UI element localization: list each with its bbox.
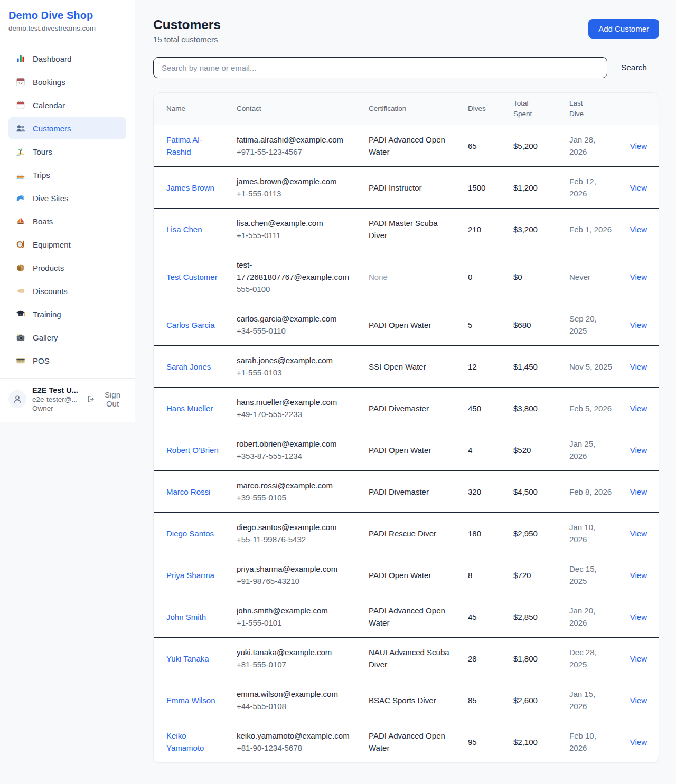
customer-name-link[interactable]: Priya Sharma — [166, 569, 214, 581]
sidebar-item-bookings[interactable]: 17Bookings — [8, 71, 126, 93]
customer-certification: PADI Divemaster — [369, 404, 429, 413]
customer-name-link[interactable]: Fatima Al-Rashid — [166, 134, 224, 158]
customer-last-dive: Sep 20, 2025 — [569, 314, 597, 335]
column-header-name: Name — [154, 93, 230, 125]
dives-cell: 0 — [462, 250, 507, 304]
customer-phone: +44-555-0108 — [237, 700, 356, 712]
total-spent-cell: $520 — [507, 429, 563, 471]
view-link[interactable]: View — [630, 738, 647, 747]
sidebar-item-label: Products — [33, 263, 64, 272]
view-link[interactable]: View — [630, 183, 647, 192]
name-cell: Robert O'Brien — [154, 429, 230, 471]
customer-phone: 555-0100 — [237, 283, 356, 295]
contact-cell: marco.rossi@example.com+39-555-0105 — [230, 471, 362, 513]
dive-mask-icon — [15, 239, 26, 250]
person-icon — [12, 394, 23, 404]
contact-cell: hans.mueller@example.com+49-170-555-2233 — [230, 388, 362, 429]
sidebar-item-customers[interactable]: Customers — [8, 117, 126, 139]
customers-table-card: NameContactCertificationDivesTotal Spent… — [153, 92, 659, 763]
view-cell: View — [619, 209, 659, 250]
view-link[interactable]: View — [630, 612, 647, 621]
view-link[interactable]: View — [630, 272, 647, 281]
customer-phone: +55-11-99876-5432 — [237, 533, 356, 545]
customer-total-spent: $2,950 — [513, 529, 538, 538]
customer-name-link[interactable]: Keiko Yamamoto — [166, 730, 224, 754]
sidebar-item-pos[interactable]: POS — [8, 350, 126, 372]
certification-cell: PADI Rescue Diver — [362, 513, 462, 554]
view-link[interactable]: View — [630, 571, 647, 580]
certification-cell: PADI Advanced Open Water — [362, 596, 462, 638]
total-spent-cell: $0 — [507, 250, 563, 304]
add-customer-button[interactable]: Add Customer — [588, 19, 659, 39]
customer-name-link[interactable]: Emma Wilson — [166, 694, 215, 706]
customer-name-link[interactable]: Robert O'Brien — [166, 444, 219, 456]
customer-phone: +81-90-1234-5678 — [237, 742, 356, 754]
view-link[interactable]: View — [630, 446, 647, 455]
sidebar-item-equipment[interactable]: Equipment — [8, 233, 126, 256]
customer-name-link[interactable]: John Smith — [166, 611, 206, 623]
sidebar-item-gallery[interactable]: Gallery — [8, 326, 126, 348]
last-dive-cell: Jan 25, 2026 — [563, 429, 619, 471]
view-cell: View — [619, 471, 659, 513]
customer-total-spent: $4,500 — [513, 487, 538, 496]
customer-name-link[interactable]: Sarah Jones — [166, 361, 211, 373]
name-cell: Hans Mueller — [154, 388, 230, 429]
customer-name-link[interactable]: Test Customer — [166, 271, 218, 283]
contact-cell: james.brown@example.com+1-555-0113 — [230, 167, 362, 209]
sidebar-item-dashboard[interactable]: Dashboard — [8, 48, 126, 70]
customer-name-link[interactable]: Hans Mueller — [166, 402, 213, 414]
sidebar-item-training[interactable]: Training — [8, 303, 126, 325]
table-header-row: NameContactCertificationDivesTotal Spent… — [154, 93, 659, 125]
view-link[interactable]: View — [630, 696, 647, 705]
search-button[interactable]: Search — [621, 59, 647, 77]
customer-total-spent: $5,200 — [513, 141, 538, 150]
customer-name-link[interactable]: Carlos Garcia — [166, 319, 215, 331]
customer-phone: +1-555-0101 — [237, 617, 356, 629]
search-input[interactable] — [153, 57, 607, 78]
total-spent-cell: $1,450 — [507, 346, 563, 388]
view-link[interactable]: View — [630, 529, 647, 538]
view-link[interactable]: View — [630, 654, 647, 663]
view-link[interactable]: View — [630, 362, 647, 371]
customer-email: lisa.chen@example.com — [237, 217, 356, 229]
view-link[interactable]: View — [630, 141, 647, 150]
customer-name-link[interactable]: James Brown — [166, 182, 214, 194]
dives-cell: 210 — [462, 209, 507, 250]
table-row: Priya Sharmapriya.sharma@example.com+91-… — [154, 554, 659, 596]
customer-name-link[interactable]: Lisa Chen — [166, 223, 202, 235]
dives-cell: 320 — [462, 471, 507, 513]
view-link[interactable]: View — [630, 487, 647, 496]
total-spent-cell: $2,600 — [507, 679, 563, 721]
view-link[interactable]: View — [630, 404, 647, 413]
table-row: Diego Santosdiego.santos@example.com+55-… — [154, 513, 659, 554]
customer-name-link[interactable]: Marco Rossi — [166, 486, 210, 498]
sidebar-item-calendar[interactable]: Calendar — [8, 94, 126, 116]
sidebar-item-tours[interactable]: Tours — [8, 140, 126, 163]
customer-last-dive: Dec 15, 2025 — [569, 564, 597, 585]
sidebar-item-products[interactable]: Products — [8, 257, 126, 279]
sign-out-button[interactable]: Sign Out — [87, 390, 126, 408]
customer-name-link[interactable]: Yuki Tanaka — [166, 653, 209, 665]
last-dive-cell: Feb 1, 2026 — [563, 209, 619, 250]
sidebar-user-footer: E2E Test U... e2e-tester@... Owner Sign … — [0, 378, 135, 422]
name-cell: James Brown — [154, 167, 230, 209]
customer-email: sarah.jones@example.com — [237, 354, 356, 366]
customer-name-link[interactable]: Diego Santos — [166, 527, 214, 540]
customer-certification: PADI Rescue Diver — [369, 529, 436, 538]
customer-total-spent: $520 — [513, 446, 531, 455]
certification-cell: SSI Open Water — [362, 346, 462, 388]
contact-cell: priya.sharma@example.com+91-98765-43210 — [230, 554, 362, 596]
view-link[interactable]: View — [630, 320, 647, 329]
graduation-cap-icon — [15, 309, 26, 319]
customer-total-spent: $680 — [513, 320, 531, 329]
sidebar-item-boats[interactable]: Boats — [8, 210, 126, 232]
view-link[interactable]: View — [630, 225, 647, 234]
sidebar-item-trips[interactable]: Trips — [8, 164, 126, 186]
customer-email: keiko.yamamoto@example.com — [237, 730, 356, 742]
sidebar-item-discounts[interactable]: Discounts — [8, 280, 126, 302]
customer-email: emma.wilson@example.com — [237, 688, 356, 700]
sidebar-item-label: POS — [33, 356, 50, 365]
shop-name[interactable]: Demo Dive Shop — [8, 10, 126, 22]
total-spent-cell: $680 — [507, 304, 563, 346]
sidebar-item-dive-sites[interactable]: Dive Sites — [8, 187, 126, 209]
